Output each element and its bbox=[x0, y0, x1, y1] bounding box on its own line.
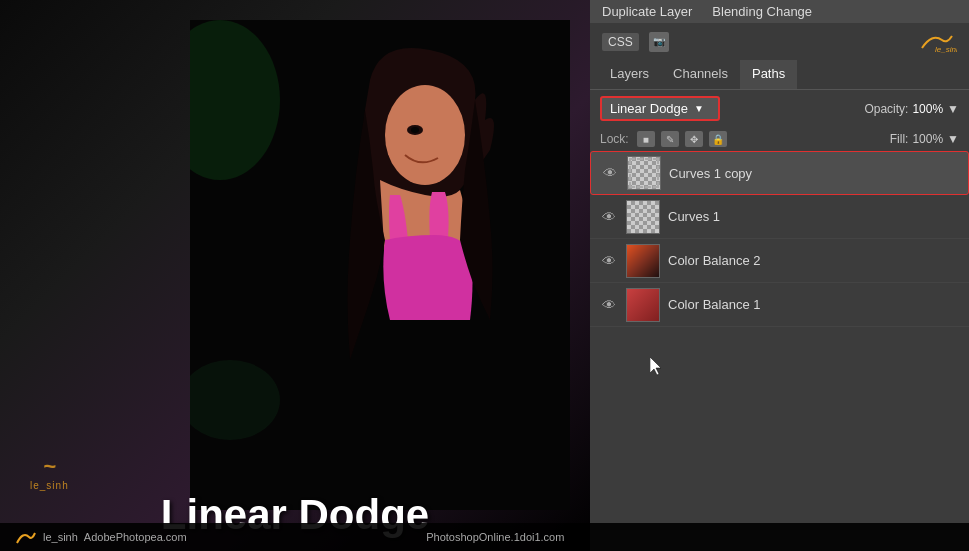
tab-channels[interactable]: Channels bbox=[661, 60, 740, 89]
lock-transparency-icon[interactable]: ■ bbox=[637, 131, 655, 147]
layer-thumb-2 bbox=[626, 244, 660, 278]
opacity-control: Opacity: 100% ▼ bbox=[864, 102, 959, 116]
layer-item-curves1[interactable]: 👁 Curves 1 bbox=[590, 195, 969, 239]
svg-text:le_sinh: le_sinh bbox=[935, 45, 957, 53]
photo-canvas: ~ le_sinh Linear Dodge bbox=[0, 0, 590, 551]
watermark-text: le_sinh bbox=[30, 480, 69, 491]
layer-visibility-icon-3[interactable]: 👁 bbox=[600, 296, 618, 314]
watermark: ~ le_sinh bbox=[30, 454, 69, 491]
layer-thumb-1 bbox=[626, 200, 660, 234]
css-button[interactable]: CSS bbox=[602, 33, 639, 51]
layer-visibility-icon-1[interactable]: 👁 bbox=[600, 208, 618, 226]
blend-mode-row: Linear Dodge ▼ Opacity: 100% ▼ bbox=[590, 90, 969, 127]
opacity-arrow[interactable]: ▼ bbox=[947, 102, 959, 116]
panel-logo: le_sinh bbox=[917, 28, 957, 55]
blending-change-menu[interactable]: Blending Change bbox=[712, 4, 812, 19]
mouse-cursor bbox=[650, 357, 666, 377]
blend-mode-label: Linear Dodge bbox=[610, 101, 688, 116]
fill-value[interactable]: 100% bbox=[912, 132, 943, 146]
fill-label: Fill: bbox=[890, 132, 909, 146]
tab-layers[interactable]: Layers bbox=[598, 60, 661, 89]
footer-left-site[interactable]: AdobePhotopea.com bbox=[84, 531, 187, 543]
blend-mode-dropdown[interactable]: Linear Dodge ▼ bbox=[600, 96, 720, 121]
tab-paths[interactable]: Paths bbox=[740, 60, 797, 89]
duplicate-layer-menu[interactable]: Duplicate Layer bbox=[602, 4, 692, 19]
layer-item-colorbalance2[interactable]: 👁 Color Balance 2 bbox=[590, 239, 969, 283]
svg-point-3 bbox=[385, 85, 465, 185]
layer-name-0: Curves 1 copy bbox=[669, 166, 958, 181]
context-menu: Duplicate Layer Blending Change bbox=[590, 0, 969, 23]
opacity-label: Opacity: bbox=[864, 102, 908, 116]
layer-item-curves-copy[interactable]: 👁 Curves 1 copy bbox=[590, 151, 969, 195]
footer-center-site[interactable]: PhotoshopOnline.1doi1.com bbox=[426, 531, 564, 543]
layer-thumb-3 bbox=[626, 288, 660, 322]
layer-visibility-icon-2[interactable]: 👁 bbox=[600, 252, 618, 270]
panel-toolbar: CSS 📷 le_sinh bbox=[590, 23, 969, 60]
lock-label: Lock: bbox=[600, 132, 629, 146]
footer-bar: le_sinh AdobePhotopea.com PhotoshopOnlin… bbox=[0, 523, 969, 551]
layer-name-2: Color Balance 2 bbox=[668, 253, 959, 268]
svg-point-5 bbox=[411, 127, 419, 133]
layer-name-1: Curves 1 bbox=[668, 209, 959, 224]
layer-name-3: Color Balance 1 bbox=[668, 297, 959, 312]
image-icon[interactable]: 📷 bbox=[649, 32, 669, 52]
layer-visibility-icon-0[interactable]: 👁 bbox=[601, 164, 619, 182]
layers-empty-area bbox=[590, 327, 969, 447]
footer-logo-text: le_sinh bbox=[43, 531, 78, 543]
layer-thumb-0 bbox=[627, 156, 661, 190]
opacity-value[interactable]: 100% bbox=[912, 102, 943, 116]
lock-paint-icon[interactable]: ✎ bbox=[661, 131, 679, 147]
footer-logo-left: le_sinh AdobePhotopea.com bbox=[15, 529, 187, 545]
layers-panel: Duplicate Layer Blending Change CSS 📷 le… bbox=[590, 0, 969, 551]
layers-list: 👁 Curves 1 copy 👁 Curves 1 👁 Color Balan… bbox=[590, 151, 969, 551]
fill-control: Fill: 100% ▼ bbox=[890, 132, 959, 146]
watermark-logo: ~ bbox=[43, 454, 56, 480]
panel-tabs: Layers Channels Paths bbox=[590, 60, 969, 90]
lock-row: Lock: ■ ✎ ✥ 🔒 Fill: 100% ▼ bbox=[590, 127, 969, 151]
blend-mode-arrow: ▼ bbox=[694, 103, 704, 114]
lock-move-icon[interactable]: ✥ bbox=[685, 131, 703, 147]
layer-item-colorbalance1[interactable]: 👁 Color Balance 1 bbox=[590, 283, 969, 327]
lock-all-icon[interactable]: 🔒 bbox=[709, 131, 727, 147]
lock-icons-group: ■ ✎ ✥ 🔒 bbox=[637, 131, 727, 147]
fill-arrow[interactable]: ▼ bbox=[947, 132, 959, 146]
